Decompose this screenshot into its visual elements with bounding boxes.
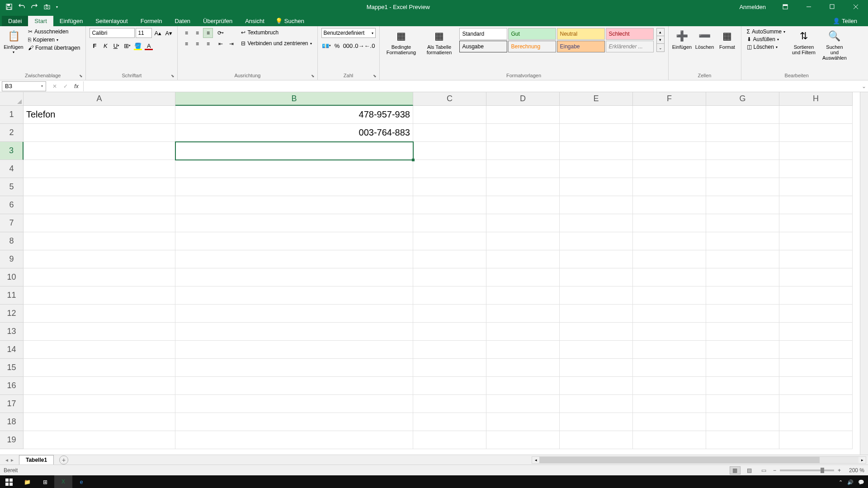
cell-E10[interactable] <box>560 268 633 286</box>
cell-C7[interactable] <box>413 214 486 232</box>
number-dialog-launcher[interactable]: ⬊ <box>373 74 378 79</box>
orientation-button[interactable]: ⟳▾ <box>216 28 226 38</box>
cell-A7[interactable] <box>24 214 175 232</box>
cell-H11[interactable] <box>779 286 853 305</box>
cell-G11[interactable] <box>706 286 779 305</box>
redo-button[interactable] <box>29 1 40 12</box>
zoom-in-button[interactable]: + <box>838 467 841 474</box>
decrease-font-button[interactable]: A▾ <box>164 28 174 38</box>
tell-me-search[interactable]: 💡 Suchen <box>271 16 309 26</box>
page-layout-view-button[interactable]: ▤ <box>744 466 755 474</box>
hscroll-left[interactable]: ◂ <box>532 457 539 463</box>
style-gut[interactable]: Gut <box>508 28 556 40</box>
align-right-button[interactable]: ≡ <box>203 39 213 49</box>
underline-button[interactable]: U▾ <box>111 41 121 51</box>
cell-B3[interactable] <box>175 142 413 160</box>
align-left-button[interactable]: ≡ <box>181 39 191 49</box>
cell-F4[interactable] <box>633 160 706 178</box>
enter-formula-button[interactable]: ✓ <box>61 81 71 91</box>
cell-D5[interactable] <box>486 178 560 196</box>
zoom-slider[interactable] <box>780 469 834 471</box>
cell-H3[interactable] <box>779 142 853 160</box>
cell-F7[interactable] <box>633 214 706 232</box>
cell-F9[interactable] <box>633 250 706 268</box>
alignment-dialog-launcher[interactable]: ⬊ <box>311 74 316 79</box>
align-center-button[interactable]: ≡ <box>192 39 202 49</box>
sheet-tab-1[interactable]: Tabelle1 <box>19 455 54 465</box>
row-header-4[interactable]: 4 <box>0 160 24 178</box>
cell-A14[interactable] <box>24 341 175 359</box>
cell-F13[interactable] <box>633 323 706 341</box>
cell-C1[interactable] <box>413 106 486 124</box>
cell-G9[interactable] <box>706 250 779 268</box>
cell-H8[interactable] <box>779 232 853 250</box>
copy-button[interactable]: ⎘Kopieren▾ <box>26 36 82 43</box>
cancel-formula-button[interactable]: ✕ <box>50 81 60 91</box>
cell-A11[interactable] <box>24 286 175 305</box>
font-name-input[interactable] <box>90 28 135 38</box>
col-header-F[interactable]: F <box>633 92 706 106</box>
action-center-icon[interactable]: 💬 <box>858 479 864 485</box>
cell-A8[interactable] <box>24 232 175 250</box>
tab-home[interactable]: Start <box>28 16 53 26</box>
col-header-D[interactable]: D <box>486 92 560 106</box>
cell-B12[interactable] <box>175 305 413 323</box>
zoom-level[interactable]: 200 % <box>844 467 864 474</box>
font-size-input[interactable] <box>136 28 152 38</box>
cell-D6[interactable] <box>486 196 560 214</box>
comma-format-button[interactable]: 000 <box>343 41 353 51</box>
conditional-formatting-button[interactable]: ▦ Bedingte Formatierung <box>383 28 420 56</box>
align-bottom-button[interactable]: ≡ <box>203 28 213 38</box>
cell-G1[interactable] <box>706 106 779 124</box>
cell-F3[interactable] <box>633 142 706 160</box>
cell-C12[interactable] <box>413 305 486 323</box>
cell-C11[interactable] <box>413 286 486 305</box>
cell-G6[interactable] <box>706 196 779 214</box>
style-schlecht[interactable]: Schlecht <box>606 28 654 40</box>
row-header-5[interactable]: 5 <box>0 178 24 196</box>
cell-H1[interactable] <box>779 106 853 124</box>
cell-E13[interactable] <box>560 323 633 341</box>
row-header-7[interactable]: 7 <box>0 214 24 232</box>
cell-G18[interactable] <box>706 413 779 431</box>
cell-G2[interactable] <box>706 124 779 142</box>
col-header-G[interactable]: G <box>706 92 779 106</box>
row-header-19[interactable]: 19 <box>0 431 24 449</box>
number-format-dropdown[interactable]: Benutzerdefiniert ▾ <box>321 28 376 38</box>
increase-decimal-button[interactable]: .0→ <box>354 41 364 51</box>
cell-D15[interactable] <box>486 359 560 377</box>
save-button[interactable] <box>4 1 14 12</box>
row-header-2[interactable]: 2 <box>0 124 24 142</box>
cell-F14[interactable] <box>633 341 706 359</box>
accounting-format-button[interactable]: 💶▾ <box>321 41 331 51</box>
share-button[interactable]: 👤 Teilen <box>826 16 863 26</box>
style-erklaerend[interactable]: Erklärender ... <box>606 41 654 52</box>
col-header-A[interactable]: A <box>24 92 175 106</box>
cell-E12[interactable] <box>560 305 633 323</box>
wrap-text-button[interactable]: ↩Textumbruch <box>239 29 313 36</box>
cell-A19[interactable] <box>24 431 175 449</box>
cell-D2[interactable] <box>486 124 560 142</box>
cell-E2[interactable] <box>560 124 633 142</box>
decrease-decimal-button[interactable]: ←.0 <box>365 41 375 51</box>
cell-D18[interactable] <box>486 413 560 431</box>
cell-E9[interactable] <box>560 250 633 268</box>
row-header-17[interactable]: 17 <box>0 395 24 413</box>
qat-customize-button[interactable]: ▾ <box>54 1 60 12</box>
tab-file[interactable]: Datei <box>2 16 28 26</box>
formula-input[interactable] <box>83 81 860 91</box>
cell-E4[interactable] <box>560 160 633 178</box>
find-select-button[interactable]: 🔍 Suchen und Auswählen <box>821 28 849 61</box>
row-header-1[interactable]: 1 <box>0 106 24 124</box>
cell-F15[interactable] <box>633 359 706 377</box>
cell-E1[interactable] <box>560 106 633 124</box>
increase-font-button[interactable]: A▴ <box>153 28 163 38</box>
task-view-button[interactable]: ⊞ <box>36 475 54 488</box>
cell-F5[interactable] <box>633 178 706 196</box>
format-as-table-button[interactable]: ▦ Als Tabelle formatieren <box>422 28 457 56</box>
cell-B7[interactable] <box>175 214 413 232</box>
cell-H15[interactable] <box>779 359 853 377</box>
cell-F19[interactable] <box>633 431 706 449</box>
tab-formulas[interactable]: Formeln <box>134 16 169 26</box>
row-header-3[interactable]: 3 <box>0 142 24 160</box>
